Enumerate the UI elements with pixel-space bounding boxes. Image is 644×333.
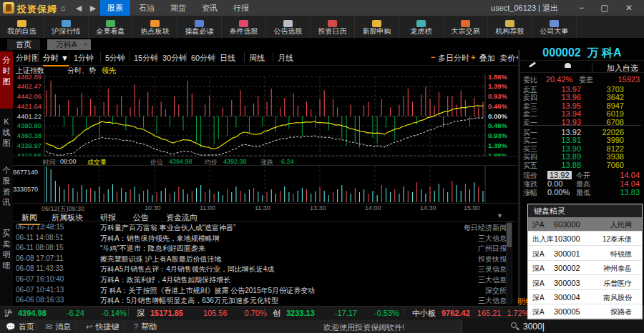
index-tag: 中小板 (412, 309, 436, 317)
wizard-code: 300002 (554, 264, 580, 272)
wizard-row-300005[interactable]: 深A300005探路者 (528, 304, 642, 319)
tf-separator (215, 52, 215, 62)
wizard-type: 深A (532, 279, 545, 289)
menu-item-3[interactable]: 资讯 (195, 0, 225, 16)
bottom-item-首页[interactable]: 💬首页 (6, 322, 34, 332)
toolbar-item-2[interactable]: 全景看盘 (89, 16, 133, 39)
volume-chart-pane[interactable]: 66771403338570 (13, 166, 518, 203)
toolbar-item-3[interactable]: 热点板块 (133, 16, 177, 39)
tab-close-icon[interactable]: × (84, 39, 87, 50)
news-row[interactable]: 06-07 10:41:13万 科A：关于按照《香港上市规则》披露 公告2015… (13, 285, 507, 295)
timeframe-2[interactable]: 5分钟 (105, 53, 125, 64)
window-controls[interactable]: − ▢ ✕ (579, 3, 640, 13)
toolbar-item-12[interactable]: 公司大事 (532, 16, 577, 39)
tf-separator (157, 52, 158, 62)
sidebar-tab-K线图[interactable]: K线图 (0, 113, 13, 157)
menu-item-1[interactable]: 石油 (132, 0, 162, 16)
toolbar-item-8[interactable]: 新股申购 (355, 16, 399, 39)
book-separator (523, 125, 641, 126)
toolbar-item-6[interactable]: 公告选股 (266, 16, 311, 39)
chart-tool-plus[interactable]: + (471, 53, 475, 61)
news-source: 三大信息 (478, 234, 507, 244)
wizard-row-300003[interactable]: 深A300003乐普医疗 (528, 276, 642, 290)
timeframe-8[interactable]: 月线 (278, 53, 293, 64)
wizard-row-603000[interactable]: 沪A603000人民网 (528, 217, 642, 232)
index-沪[interactable]: 沪4394.98-6.24-0.14% (4, 308, 127, 319)
sidebar-tab-个股资讯[interactable]: 个股资讯 (0, 161, 13, 220)
toolbar-item-4[interactable]: 操盘必读 (177, 16, 222, 39)
add-watchlist-button[interactable]: 加入自选 (607, 63, 638, 74)
sidebar-tab-分时图[interactable]: 分时图 (0, 51, 13, 109)
wizard-code: 300003 (554, 279, 580, 287)
toolbar-item-10[interactable]: 大宗交易 (444, 16, 488, 39)
timeframe-7[interactable]: 周线 (249, 53, 265, 64)
news-row[interactable]: 06-08 17:07:11擦亮慧眼识珠 沪上有A股最后价值洼地投资快报 (13, 254, 507, 264)
menu-item-2[interactable]: 期货 (163, 0, 193, 16)
user-info[interactable]: usect_06123 | 退出 (491, 3, 558, 14)
wizard-row-103000[interactable]: 出入库10300012泰禾债 (528, 232, 642, 246)
toolbar-item-9[interactable]: 龙虎榜 (399, 16, 444, 39)
price-chart-pane[interactable]: 4482.894462.474442.064421.644401.224380.… (13, 74, 518, 156)
toolbar-label-6: 公告选股 (274, 28, 303, 35)
time-label-5: 14:00 (365, 204, 381, 212)
timeframe-3[interactable]: 15分钟 (134, 53, 158, 64)
index-创[interactable]: 创3233.13-17.17-0.53% (273, 308, 399, 319)
toolbar-item-5[interactable]: 条件选股 (222, 16, 266, 39)
wizard-name: 探路者 (610, 307, 632, 317)
index-tag: 沪 (4, 309, 12, 317)
news-scrollbar-thumb[interactable] (507, 223, 512, 247)
chart-tool-sell[interactable]: 卖价 (499, 53, 515, 64)
timeframe-4[interactable]: 30分钟 (162, 53, 187, 64)
time-label-6: 14:30 (420, 204, 436, 212)
toolbar-label-4: 操盘必读 (185, 28, 214, 35)
index-深[interactable]: 深15171.85105.560.70% (137, 308, 267, 319)
toolbar-item-0[interactable]: 我的自选 (0, 16, 44, 39)
menu-item-4[interactable]: 行报 (226, 0, 256, 16)
bottom-item-帮助[interactable]: ?帮助 (134, 322, 157, 332)
home-icon[interactable]: ⌂ (57, 2, 69, 14)
search-icon (511, 322, 517, 328)
edit-icon[interactable] (529, 61, 536, 67)
timeframe-1[interactable]: 1分钟 (74, 53, 94, 64)
news-row[interactable]: 06-11 08:08:15“斗鸡”不退市：降息利好四面袭来广州日报 (13, 243, 507, 253)
chart-tool-multiday[interactable]: 多日分时 (438, 53, 469, 64)
wizard-name: 人民网 (610, 220, 632, 230)
wizard-row-300004[interactable]: 深A300004南风股份 (528, 290, 642, 304)
toolbar-item-1[interactable]: 沪深行情 (44, 16, 89, 39)
tab-home[interactable]: 首页 (7, 39, 40, 50)
wizard-row-300002[interactable]: 深A300002神州泰岳 (528, 261, 642, 275)
sidebar-tab-买卖明细[interactable]: 买卖明细 (0, 224, 13, 283)
news-row[interactable]: 06-06 08:16:33万科A：5月销售增幅明显走高，636万元加速多元化转… (13, 295, 507, 305)
app-logo-icon (3, 2, 14, 14)
bottom-item-消息[interactable]: ✉消息 (46, 322, 71, 332)
back-icon[interactable]: ◀ (73, 2, 84, 14)
search-box[interactable]: 3000| (462, 319, 644, 333)
timeframe-6[interactable]: 日线 (220, 53, 235, 64)
search-input[interactable]: 3000| (523, 322, 545, 332)
chart-tool-overlay[interactable]: 叠加 (479, 53, 495, 64)
pct-axis-label: 1.86% (488, 74, 507, 81)
news-filter-icon[interactable]: ▼ (497, 212, 503, 219)
tab-stock[interactable]: 万科A× (47, 39, 91, 50)
tf-separator (69, 52, 69, 62)
toolbar-item-11[interactable]: 机构荐股 (488, 16, 532, 39)
popup-title[interactable]: 键盘精灵 (528, 204, 642, 217)
wizard-row-300001[interactable]: 深A300001特锐德 (528, 247, 642, 261)
bottom-item-快捷键[interactable]: ↩快捷键 (86, 322, 119, 332)
timeframe-0[interactable]: 分时 ▼ (43, 53, 69, 66)
index-中小板[interactable]: 中小板9762.42165.211.72% (412, 308, 530, 319)
news-row[interactable]: 06-07 16:10:40万科A：政策利好，4月销售如期保持增长三大信息 (13, 274, 507, 284)
toolbar-item-7[interactable]: 投资日历 (311, 16, 355, 39)
chart-tool-minus[interactable]: − (431, 53, 435, 61)
news-row[interactable]: 06-11 14:08:51万科A：销售保持领先，拿地规模略增三大信息 (13, 233, 507, 243)
volume-svg: 66771403338570 (13, 166, 518, 203)
index-tag: 创 (273, 309, 280, 317)
news-row[interactable]: 06-12 13:48:15万科量产百万富翁 事业合伙人成“造富神器”每日经济新… (13, 222, 507, 232)
forward-icon[interactable]: ▶ (87, 2, 99, 14)
menu-item-0[interactable]: 股票 (100, 0, 130, 16)
alert-bell-icon[interactable] (565, 63, 571, 68)
price-axis-label: 4360.38 (17, 131, 42, 139)
toolbar-label-7: 投资日历 (318, 28, 347, 35)
news-row[interactable]: 06-08 11:43:33万科A5月销售点评：4月销售领先行业，同比增长近4成… (13, 264, 507, 274)
timeframe-5[interactable]: 60分钟 (191, 53, 215, 64)
